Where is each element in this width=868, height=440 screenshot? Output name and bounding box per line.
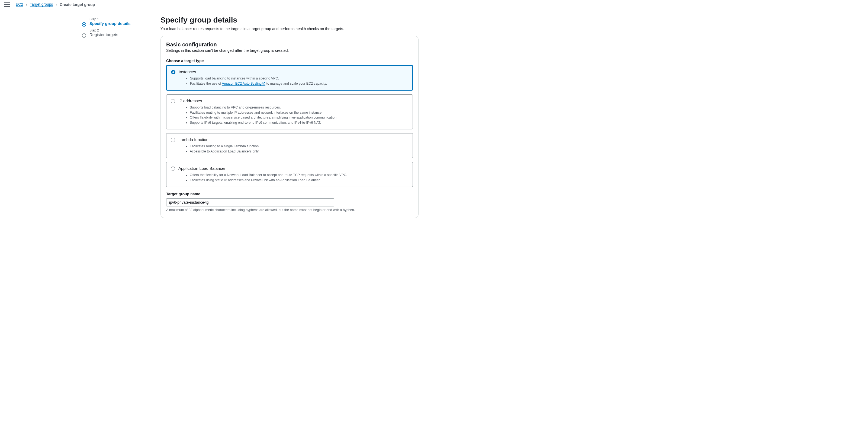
- breadcrumb-current: Create target group: [60, 2, 95, 7]
- radio-bullet: Facilitates routing to multiple IP addre…: [190, 110, 408, 115]
- chevron-right-icon: ›: [26, 2, 27, 7]
- radio-icon: [171, 99, 175, 104]
- page-title: Specify group details: [160, 16, 418, 24]
- radio-title: Instances: [179, 69, 408, 74]
- target-type-lambda[interactable]: Lambda function Facilitates routing to a…: [166, 133, 413, 158]
- step-indicator-icon: [82, 22, 86, 27]
- target-type-label: Choose a target type: [166, 59, 413, 63]
- step-2[interactable]: Step 2 Register targets: [82, 28, 160, 37]
- chevron-right-icon: ›: [56, 2, 57, 7]
- basic-configuration-panel: Basic configuration Settings in this sec…: [160, 36, 418, 218]
- target-group-name-label: Target group name: [166, 192, 413, 196]
- radio-icon: [171, 70, 176, 74]
- radio-bullet: Offers flexibility with microservice bas…: [190, 115, 408, 120]
- radio-bullet: Supports IPv6 targets, enabling end-to-e…: [190, 120, 408, 125]
- target-group-name-hint: A maximum of 32 alphanumeric characters …: [166, 208, 413, 212]
- breadcrumb-ec2[interactable]: EC2: [16, 2, 23, 7]
- radio-icon: [171, 138, 175, 142]
- hamburger-icon[interactable]: [4, 2, 10, 7]
- step-label: Step 1: [89, 17, 160, 21]
- target-type-alb[interactable]: Application Load Balancer Offers the fle…: [166, 162, 413, 187]
- radio-bullet: Facilitates using static IP addresses an…: [190, 178, 408, 183]
- target-group-name-input[interactable]: [166, 198, 334, 206]
- step-indicator-icon: [82, 33, 86, 38]
- radio-bullet: Supports load balancing to VPC and on-pr…: [190, 105, 408, 110]
- radio-bullet: Accessible to Application Load Balancers…: [190, 149, 408, 154]
- step-title: Specify group details: [89, 21, 160, 26]
- radio-icon: [171, 167, 175, 171]
- external-link-icon: [262, 82, 266, 85]
- radio-bullet: Facilitates the use of Amazon EC2 Auto S…: [190, 81, 408, 86]
- top-bar: EC2 › Target groups › Create target grou…: [0, 0, 868, 9]
- radio-bullet: Offers the flexibility for a Network Loa…: [190, 173, 408, 178]
- panel-title: Basic configuration: [166, 41, 413, 48]
- page-subtitle: Your load balancer routes requests to th…: [160, 27, 418, 31]
- target-type-instances[interactable]: Instances Supports load balancing to ins…: [166, 65, 413, 91]
- breadcrumb: EC2 › Target groups › Create target grou…: [16, 2, 95, 7]
- auto-scaling-link[interactable]: Amazon EC2 Auto Scaling: [222, 82, 266, 86]
- radio-title: IP addresses: [178, 98, 408, 103]
- step-label: Step 2: [89, 28, 160, 32]
- breadcrumb-target-groups[interactable]: Target groups: [30, 2, 53, 7]
- step-1[interactable]: Step 1 Specify group details: [82, 17, 160, 26]
- radio-title: Application Load Balancer: [178, 166, 408, 171]
- radio-bullet: Facilitates routing to a single Lambda f…: [190, 144, 408, 149]
- step-title: Register targets: [89, 32, 160, 37]
- target-type-ip-addresses[interactable]: IP addresses Supports load balancing to …: [166, 94, 413, 129]
- panel-description: Settings in this section can't be change…: [166, 48, 413, 53]
- radio-bullet: Supports load balancing to instances wit…: [190, 76, 408, 81]
- wizard-steps: Step 1 Specify group details Step 2 Regi…: [82, 16, 160, 218]
- main-content: Specify group details Your load balancer…: [160, 16, 418, 218]
- radio-title: Lambda function: [178, 137, 408, 142]
